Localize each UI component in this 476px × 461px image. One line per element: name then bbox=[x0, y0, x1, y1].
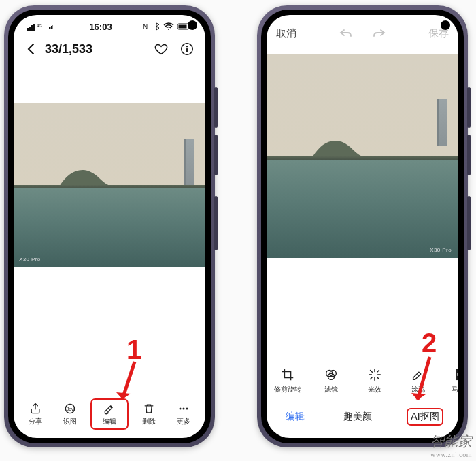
delete-label: 删除 bbox=[142, 417, 156, 426]
mosaic-tool[interactable]: 马赛克 bbox=[445, 367, 458, 394]
svg-text:4G: 4G bbox=[37, 24, 42, 28]
nfc-icon: N bbox=[143, 22, 150, 31]
svg-rect-12 bbox=[179, 25, 187, 29]
signal-icon: 4G bbox=[27, 22, 46, 31]
svg-text:Jovi: Jovi bbox=[67, 407, 75, 411]
svg-rect-6 bbox=[50, 27, 51, 29]
share-button[interactable]: 分享 bbox=[20, 402, 50, 426]
annotation-arrow-2 bbox=[409, 354, 437, 415]
crop-tool[interactable]: 修剪旋转 bbox=[271, 367, 305, 394]
svg-rect-39 bbox=[457, 376, 458, 379]
svg-rect-3 bbox=[33, 24, 35, 31]
crop-label: 修剪旋转 bbox=[274, 385, 301, 394]
tab-edit[interactable]: 编辑 bbox=[282, 408, 309, 426]
annotation-arrow-1 bbox=[114, 358, 141, 413]
svg-line-42 bbox=[418, 357, 430, 400]
svg-rect-5 bbox=[49, 27, 50, 29]
undo-redo-group bbox=[339, 27, 386, 39]
front-camera bbox=[188, 20, 197, 30]
svg-rect-8 bbox=[52, 25, 53, 29]
info-icon[interactable] bbox=[180, 41, 194, 56]
redo-icon[interactable] bbox=[371, 27, 386, 39]
cancel-button[interactable]: 取消 bbox=[276, 27, 296, 40]
wifi-icon bbox=[163, 22, 174, 31]
svg-rect-1 bbox=[29, 27, 31, 31]
svg-rect-16 bbox=[186, 48, 188, 52]
annotation-step2: 2 bbox=[422, 328, 437, 358]
viewer-toolbar: 分享 Jovi 识图 编辑 删除 更多 bbox=[14, 398, 205, 430]
bluetooth-icon bbox=[152, 22, 160, 31]
svg-point-20 bbox=[183, 408, 185, 410]
filter-label: 滤镜 bbox=[324, 385, 338, 394]
light-label: 光效 bbox=[368, 385, 381, 394]
filter-tool[interactable]: 滤镜 bbox=[314, 367, 348, 394]
more-label: 更多 bbox=[177, 417, 190, 426]
svg-line-33 bbox=[371, 377, 373, 379]
svg-marker-43 bbox=[411, 393, 426, 400]
comparison-stage: 4G 16:03 N 33/1,533 bbox=[0, 0, 476, 461]
status-bar: 4G 16:03 N bbox=[14, 15, 205, 35]
svg-marker-23 bbox=[116, 392, 131, 399]
svg-line-31 bbox=[371, 371, 373, 373]
phone-editor: 取消 保存 X30 Pro 修剪旋转 bbox=[257, 5, 468, 447]
front-camera bbox=[441, 20, 450, 30]
share-label: 分享 bbox=[29, 417, 42, 426]
svg-text:N: N bbox=[143, 23, 148, 31]
photo-preview[interactable]: X30 Pro bbox=[14, 103, 205, 267]
light-tool[interactable]: 光效 bbox=[358, 367, 392, 394]
edit-label: 编辑 bbox=[103, 417, 116, 426]
source-watermark: 智能家 www.znj.com bbox=[430, 432, 473, 458]
mosaic-label: 马赛克 bbox=[452, 385, 458, 394]
svg-rect-36 bbox=[457, 370, 458, 373]
signal2-icon bbox=[49, 22, 58, 31]
svg-rect-7 bbox=[51, 26, 52, 29]
svg-point-15 bbox=[186, 46, 188, 47]
recognize-button[interactable]: Jovi 识图 bbox=[55, 402, 85, 426]
source-url: www.znj.com bbox=[430, 451, 473, 458]
svg-rect-2 bbox=[31, 25, 33, 31]
svg-rect-0 bbox=[27, 28, 29, 31]
editor-watermark: X30 Pro bbox=[430, 247, 452, 253]
photo-counter: 33/1,533 bbox=[45, 42, 92, 56]
more-button[interactable]: 更多 bbox=[169, 402, 199, 426]
svg-line-34 bbox=[377, 371, 379, 373]
svg-point-19 bbox=[180, 408, 182, 410]
annotation-step1: 1 bbox=[126, 335, 141, 365]
phone-viewer: 4G 16:03 N 33/1,533 bbox=[4, 5, 215, 447]
undo-icon[interactable] bbox=[339, 27, 354, 39]
recognize-label: 识图 bbox=[63, 417, 77, 426]
photo-watermark: X30 Pro bbox=[19, 256, 41, 262]
svg-point-21 bbox=[186, 408, 188, 410]
back-icon[interactable] bbox=[24, 42, 38, 56]
editor-canvas[interactable]: X30 Pro bbox=[267, 54, 458, 258]
clock: 16:03 bbox=[89, 22, 112, 32]
svg-point-10 bbox=[168, 29, 169, 30]
svg-line-32 bbox=[377, 377, 379, 379]
tab-beauty[interactable]: 趣美颜 bbox=[339, 408, 376, 426]
favorite-icon[interactable] bbox=[154, 41, 169, 56]
source-name: 智能家 bbox=[430, 434, 473, 449]
